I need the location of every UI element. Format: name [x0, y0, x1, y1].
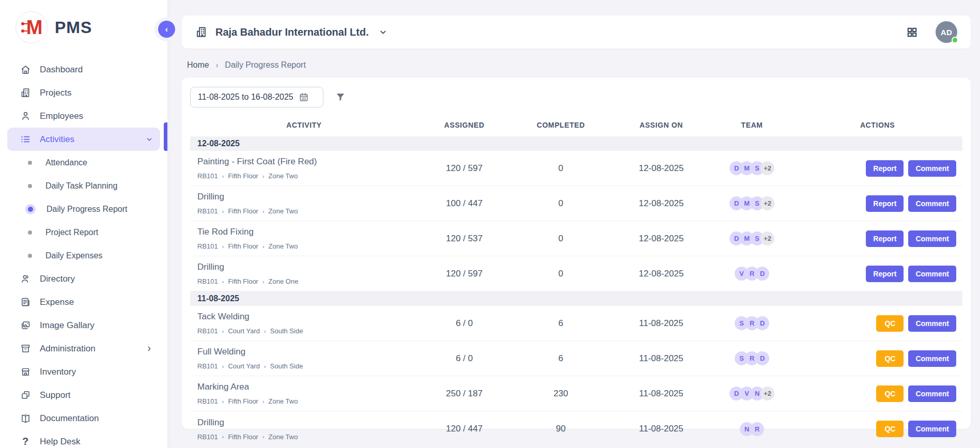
- assigned-value: 250 / 187: [418, 389, 510, 399]
- sidebar-item-label: Employees: [40, 111, 153, 121]
- column-header-activity: ACTIVITY: [190, 121, 418, 129]
- bullet-icon: [28, 230, 32, 235]
- report-button[interactable]: Report: [866, 230, 904, 247]
- chevron-right-icon: ›: [262, 243, 265, 250]
- team-avatar-more[interactable]: +2: [760, 387, 774, 400]
- sidebar-collapse-button[interactable]: ‹: [158, 21, 175, 38]
- chevron-right-icon: ›: [222, 328, 224, 334]
- home-icon: [20, 64, 31, 75]
- chevron-right-icon: ›: [222, 363, 224, 369]
- book-icon: [20, 413, 31, 424]
- active-section-indicator: [164, 122, 167, 151]
- sidebar-item-documentation[interactable]: Documentation: [7, 407, 160, 430]
- date-range-input[interactable]: 11-08-2025 to 16-08-2025: [190, 87, 323, 107]
- team-avatar[interactable]: D: [755, 351, 769, 365]
- filter-icon[interactable]: [335, 91, 346, 103]
- comment-button[interactable]: Comment: [908, 421, 956, 437]
- sidebar-item-help-desk[interactable]: ? Help Desk: [7, 430, 160, 448]
- column-header-actions: ACTIONS: [792, 121, 962, 129]
- report-button[interactable]: Report: [866, 195, 904, 212]
- bullet-icon: [28, 184, 32, 188]
- column-header-assigned: ASSIGNED: [418, 121, 510, 129]
- assign-on-date: 11-08-2025: [611, 424, 711, 434]
- qc-button[interactable]: QC: [876, 421, 904, 437]
- sidebar-item-daily-task-planning[interactable]: Daily Task Planning: [7, 174, 160, 197]
- comment-button[interactable]: Comment: [908, 315, 956, 332]
- team-avatars: S R D: [711, 316, 792, 330]
- logo-mark-icon: M: [15, 11, 48, 43]
- table-row: Full Welding RB101›Court Yard›South Side…: [190, 341, 962, 376]
- user-avatar[interactable]: AD: [936, 21, 957, 43]
- column-header-assign-on: ASSIGN ON: [611, 121, 711, 129]
- completed-value: 90: [510, 424, 611, 434]
- sidebar-item-attendance[interactable]: Attendance: [7, 151, 160, 174]
- activity-title: Full Welding: [197, 347, 418, 357]
- comment-button[interactable]: Comment: [908, 230, 956, 247]
- calendar-icon: [299, 92, 309, 102]
- activity-title: Tack Welding: [197, 312, 418, 322]
- chevron-right-icon: ›: [262, 398, 265, 405]
- qc-button[interactable]: QC: [876, 350, 904, 367]
- sidebar-item-inventory[interactable]: Inventory: [7, 360, 160, 383]
- qc-button[interactable]: QC: [876, 315, 904, 332]
- storefront-icon: [20, 366, 31, 378]
- bullet-icon: [28, 207, 33, 212]
- date-range-value: 11-08-2025 to 16-08-2025: [198, 92, 293, 102]
- chevron-right-icon: ›: [262, 434, 265, 440]
- online-status-dot: [952, 37, 958, 43]
- team-avatar[interactable]: R: [750, 422, 764, 436]
- chevron-right-icon: ›: [222, 398, 224, 405]
- report-button[interactable]: Report: [866, 160, 904, 177]
- sidebar-item-activities[interactable]: Activities: [7, 128, 160, 151]
- logo-letter: M: [26, 18, 43, 37]
- sidebar-item-dashboard[interactable]: Dashboard: [7, 58, 160, 81]
- company-selector[interactable]: Raja Bahadur International Ltd.: [195, 26, 387, 38]
- comment-button[interactable]: Comment: [908, 385, 956, 402]
- team-avatar-more[interactable]: +2: [760, 161, 774, 175]
- team-avatar[interactable]: D: [755, 267, 769, 281]
- chevron-right-icon: ›: [222, 208, 224, 214]
- activity-location-path: RB101›Fifth Floor›Zone Two: [197, 207, 418, 215]
- sidebar-item-project-report[interactable]: Project Report: [7, 221, 160, 244]
- comment-button[interactable]: Comment: [908, 195, 956, 212]
- sidebar-item-image-gallary[interactable]: Image Gallary: [7, 314, 160, 337]
- assigned-value: 120 / 597: [418, 269, 510, 279]
- sidebar-item-label: Dashboard: [40, 65, 153, 75]
- sidebar-item-label: Activities: [40, 134, 137, 145]
- qc-button[interactable]: QC: [876, 385, 904, 402]
- progress-report-table: ACTIVITY ASSIGNED COMPLETED ASSIGN ON TE…: [190, 113, 962, 446]
- team-avatar-more[interactable]: +2: [760, 196, 774, 210]
- assigned-value: 6 / 0: [418, 318, 510, 329]
- completed-value: 0: [510, 234, 611, 244]
- activity-title: Marking Area: [197, 382, 418, 392]
- sidebar-item-support[interactable]: Support: [7, 383, 160, 407]
- team-avatars: V R D: [711, 267, 792, 281]
- question-mark-icon: ?: [20, 436, 31, 447]
- breadcrumb-home-link[interactable]: Home: [187, 60, 209, 70]
- sidebar-item-employees[interactable]: Employees: [7, 104, 160, 128]
- app-name: PMS: [55, 18, 92, 37]
- receipt-icon: [20, 297, 31, 308]
- comment-button[interactable]: Comment: [908, 350, 956, 367]
- sidebar-item-daily-expenses[interactable]: Daily Expenses: [7, 244, 160, 267]
- table-header-row: ACTIVITY ASSIGNED COMPLETED ASSIGN ON TE…: [190, 113, 962, 136]
- sidebar-item-expense[interactable]: Expense: [7, 290, 160, 314]
- sidebar-item-label: Administration: [40, 344, 137, 354]
- sidebar-item-daily-progress-report[interactable]: Daily Progress Report: [7, 197, 160, 221]
- sidebar-item-administration[interactable]: Administration: [7, 337, 160, 360]
- sidebar-item-projects[interactable]: Projects: [7, 81, 160, 104]
- assign-on-date: 11-08-2025: [611, 389, 711, 399]
- building-icon: [195, 26, 208, 38]
- apps-grid-icon[interactable]: [906, 26, 918, 38]
- assigned-value: 100 / 447: [418, 198, 510, 209]
- report-button[interactable]: Report: [866, 266, 904, 282]
- comment-button[interactable]: Comment: [908, 160, 956, 177]
- chevron-right-icon: ›: [264, 328, 266, 334]
- team-avatar-more[interactable]: +2: [760, 231, 774, 245]
- sidebar-item-directory[interactable]: Directory: [7, 267, 160, 290]
- team-avatar[interactable]: D: [755, 316, 769, 330]
- completed-value: 230: [510, 389, 611, 399]
- activity-title: Tie Rod Fixing: [197, 227, 418, 237]
- comment-button[interactable]: Comment: [908, 266, 956, 282]
- assign-on-date: 11-08-2025: [611, 353, 711, 364]
